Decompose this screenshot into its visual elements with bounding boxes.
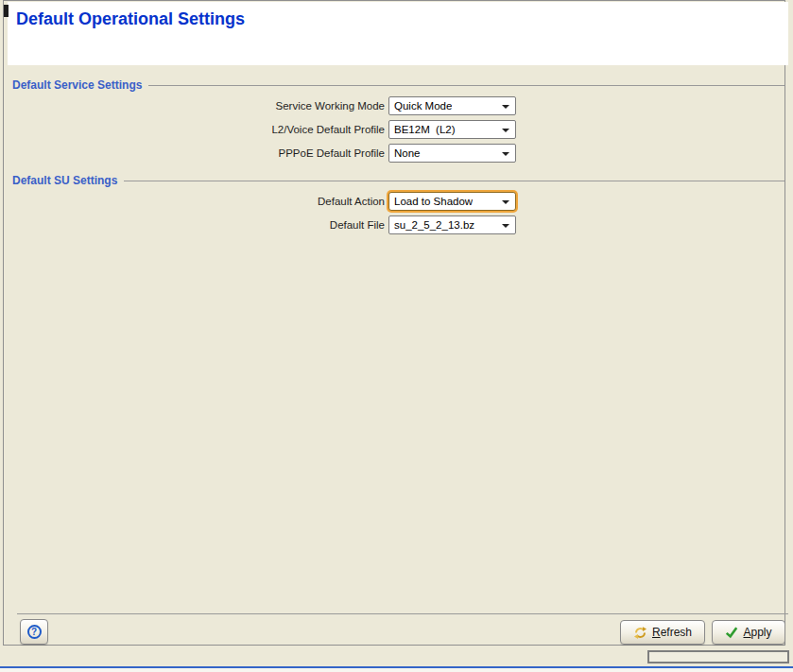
splitter-handle [4, 5, 9, 17]
service-working-mode-select[interactable]: Quick Mode [388, 96, 516, 115]
section-title: Default SU Settings [12, 174, 124, 187]
default-file-select[interactable]: su_2_5_2_13.bz [388, 215, 516, 234]
selected-value: su_2_5_2_13.bz [394, 219, 474, 231]
field-row: Default File su_2_5_2_13.bz [4, 215, 533, 235]
default-action-select[interactable]: Load to Shadow [388, 192, 516, 211]
dropdown-arrow-icon [502, 224, 509, 228]
help-button[interactable]: ? [20, 619, 48, 645]
dropdown-arrow-icon [502, 152, 509, 156]
field-row: Default Action Load to Shadow [4, 192, 533, 212]
selected-value: Quick Mode [394, 100, 452, 112]
dropdown-arrow-icon [502, 129, 509, 132]
field-row: Service Working Mode Quick Mode [4, 96, 533, 116]
section-rule [148, 85, 784, 86]
section-default-su-settings: Default SU Settings [12, 173, 784, 187]
apply-button-label: Apply [743, 626, 771, 639]
field-row: L2/Voice Default Profile BE12M (L2) [4, 120, 533, 140]
refresh-button[interactable]: Refresh [620, 620, 705, 645]
refresh-button-label: Refresh [652, 626, 692, 639]
dropdown-arrow-icon [502, 200, 509, 204]
field-row: PPPoE Default Profile None [4, 144, 533, 164]
page-header: Default Operational Settings [8, 2, 788, 65]
page-title: Default Operational Settings [16, 9, 245, 29]
default-action-label: Default Action [60, 196, 385, 207]
default-file-label: Default File [60, 219, 385, 231]
pppoe-default-profile-select[interactable]: None [388, 144, 516, 163]
app-window: Default Operational Settings Default Ser… [0, 0, 793, 672]
footer-separator [17, 613, 788, 614]
section-default-service-settings: Default Service Settings [12, 78, 784, 92]
dropdown-arrow-icon [502, 105, 509, 109]
l2-voice-default-profile-label: L2/Voice Default Profile [60, 124, 385, 135]
selected-value: None [394, 147, 421, 159]
refresh-icon [633, 626, 647, 640]
progress-indicator [647, 650, 789, 663]
section-rule [124, 181, 784, 181]
selected-value: Load to Shadow [394, 196, 473, 207]
bottom-edge [0, 668, 793, 672]
section-title: Default Service Settings [12, 78, 148, 92]
main-panel: Default Operational Settings Default Ser… [3, 0, 785, 646]
help-icon: ? [27, 625, 42, 639]
l2-voice-default-profile-select[interactable]: BE12M (L2) [388, 120, 516, 139]
apply-button[interactable]: Apply [712, 620, 785, 645]
pppoe-default-profile-label: PPPoE Default Profile [60, 147, 385, 159]
service-working-mode-label: Service Working Mode [60, 100, 385, 112]
selected-value: BE12M (L2) [394, 124, 456, 135]
apply-check-icon [725, 626, 738, 639]
